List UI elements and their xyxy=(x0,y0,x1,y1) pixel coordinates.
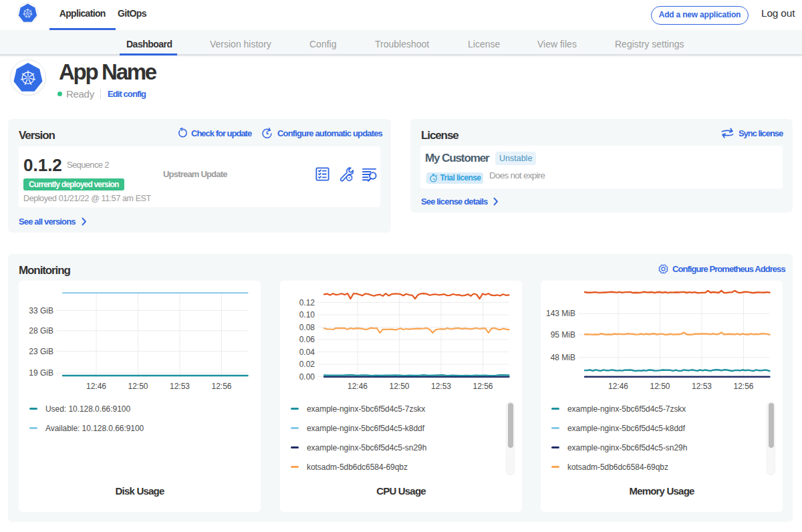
svg-text:0.04: 0.04 xyxy=(299,348,315,357)
svg-text:23 GiB: 23 GiB xyxy=(29,347,53,356)
svg-text:12:46: 12:46 xyxy=(608,382,628,391)
svg-text:12:46: 12:46 xyxy=(86,382,106,391)
svg-text:0.10: 0.10 xyxy=(299,310,315,319)
svg-text:12:50: 12:50 xyxy=(128,382,148,391)
svg-text:12:53: 12:53 xyxy=(692,382,712,391)
svg-text:19 GiB: 19 GiB xyxy=(29,368,53,378)
svg-text:0.12: 0.12 xyxy=(299,298,315,307)
svg-text:0.08: 0.08 xyxy=(299,323,315,332)
svg-text:143 MiB: 143 MiB xyxy=(546,309,575,318)
svg-text:48 MiB: 48 MiB xyxy=(551,353,575,362)
svg-text:12:53: 12:53 xyxy=(431,382,451,391)
svg-text:0.02: 0.02 xyxy=(299,360,315,369)
svg-text:12:50: 12:50 xyxy=(389,382,409,391)
svg-text:12:56: 12:56 xyxy=(473,382,493,391)
svg-text:12:53: 12:53 xyxy=(170,382,190,391)
svg-text:33 GiB: 33 GiB xyxy=(29,306,53,315)
svg-text:0.06: 0.06 xyxy=(299,335,315,344)
svg-text:12:50: 12:50 xyxy=(650,382,670,391)
svg-text:0.00: 0.00 xyxy=(299,372,315,382)
svg-text:12:56: 12:56 xyxy=(733,382,753,391)
svg-text:28 GiB: 28 GiB xyxy=(29,326,53,336)
svg-text:95 MiB: 95 MiB xyxy=(551,330,575,340)
svg-text:12:56: 12:56 xyxy=(211,382,231,391)
svg-text:12:46: 12:46 xyxy=(348,382,368,391)
